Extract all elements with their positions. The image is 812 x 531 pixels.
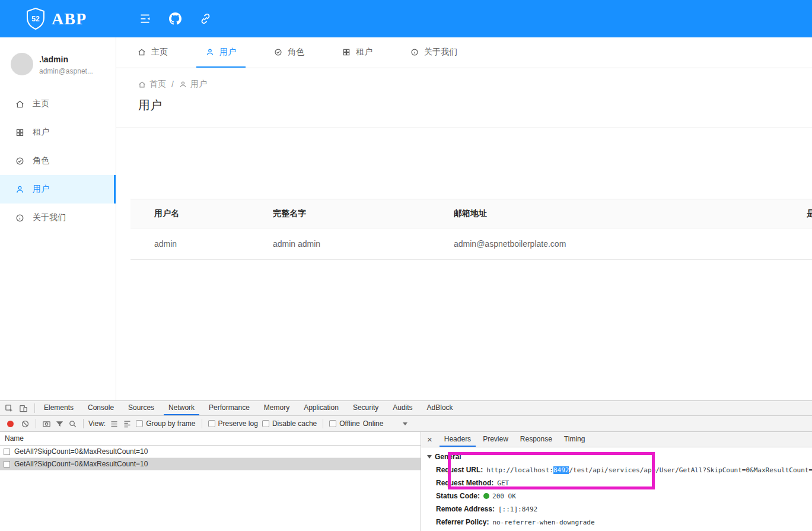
breadcrumb-home[interactable]: 首页 xyxy=(138,79,166,90)
network-toolbar: View: Group by frame Preserve log Disabl… xyxy=(0,416,812,432)
offline-label: Offline xyxy=(339,419,359,428)
devtools-tab-audits[interactable]: Audits xyxy=(388,401,417,415)
request-detail-pane: Headers Preview Response Timing General … xyxy=(421,432,812,531)
preserve-log-checkbox[interactable] xyxy=(208,420,215,427)
info-icon xyxy=(410,48,419,56)
request-url-pre: http://localhost: xyxy=(486,466,553,474)
remote-address-label: Remote Address: xyxy=(436,505,495,513)
chevron-down-icon[interactable] xyxy=(403,422,407,425)
request-url-selected-text: 8492 xyxy=(553,466,569,474)
offline-checkbox[interactable] xyxy=(329,420,336,427)
preserve-log-label: Preserve log xyxy=(218,419,258,428)
device-toolbar-icon[interactable] xyxy=(19,404,28,413)
group-by-frame-checkbox[interactable] xyxy=(136,420,143,427)
network-request-list: Name GetAll?SkipCount=0&MaxResultCount=1… xyxy=(0,432,421,531)
status-code-label: Status Code: xyxy=(436,492,480,500)
logo-text: ABP xyxy=(52,9,87,28)
devtools-tab-performance[interactable]: Performance xyxy=(204,401,254,415)
request-row[interactable]: GetAll?SkipCount=0&MaxResultCount=10 xyxy=(0,446,421,458)
column-header-fullname: 完整名字 xyxy=(273,208,454,219)
view-overview-icon[interactable] xyxy=(123,419,132,428)
user-email: admin@aspnet... xyxy=(39,67,93,75)
request-url-label: Request URL: xyxy=(436,466,483,474)
tab-about[interactable]: 关于我们 xyxy=(401,37,467,68)
detail-tab-response[interactable]: Response xyxy=(515,432,557,447)
tab-label: 主页 xyxy=(151,47,168,58)
detail-tab-timing[interactable]: Timing xyxy=(559,432,590,447)
devtools-tab-console[interactable]: Console xyxy=(83,401,119,415)
cell-username: admin xyxy=(154,239,273,249)
sidebar-item-about[interactable]: 关于我们 xyxy=(0,204,116,232)
inspect-element-icon[interactable] xyxy=(5,404,14,413)
menu-fold-icon[interactable] xyxy=(139,12,151,25)
disclosure-triangle-icon xyxy=(427,455,432,459)
avatar xyxy=(11,53,33,75)
divider xyxy=(34,403,35,413)
clear-icon[interactable] xyxy=(21,419,30,428)
sidebar-item-label: 用户 xyxy=(33,184,49,195)
request-row-selected[interactable]: GetAll?SkipCount=0&MaxResultCount=10 xyxy=(0,458,421,470)
devtools-panel: Elements Console Sources Network Perform… xyxy=(0,400,812,531)
headers-detail: General Request URL: http://localhost:84… xyxy=(421,447,812,529)
referrer-policy-value: no-referrer-when-downgrade xyxy=(492,519,594,526)
disable-cache-label: Disable cache xyxy=(272,419,317,428)
tab-tenants[interactable]: 租户 xyxy=(333,37,382,68)
close-icon[interactable] xyxy=(421,432,438,447)
tab-users[interactable]: 用户 xyxy=(196,37,246,68)
table-row: admin admin admin admin@aspnetboilerplat… xyxy=(130,228,812,260)
roles-safety-icon xyxy=(274,48,282,56)
tenants-grid-icon xyxy=(15,128,24,137)
github-icon[interactable] xyxy=(169,12,181,25)
link-icon[interactable] xyxy=(199,12,212,25)
detail-tab-headers[interactable]: Headers xyxy=(440,432,476,447)
roles-safety-icon xyxy=(15,157,24,166)
general-section-header[interactable]: General xyxy=(427,450,812,463)
group-by-frame-label: Group by frame xyxy=(146,419,195,428)
sidebar-item-label: 关于我们 xyxy=(33,212,66,223)
cell-email: admin@aspnetboilerplate.com xyxy=(454,239,807,249)
devtools-tab-network[interactable]: Network xyxy=(164,401,199,415)
sidebar-item-tenants[interactable]: 租户 xyxy=(0,118,116,147)
breadcrumb-current-label: 用户 xyxy=(190,79,207,90)
name-column-header[interactable]: Name xyxy=(0,432,421,446)
devtools-tab-adblock[interactable]: AdBlock xyxy=(422,401,458,415)
view-large-rows-icon[interactable] xyxy=(110,419,119,428)
tab-home[interactable]: 主页 xyxy=(128,37,177,68)
sidebar-item-label: 主页 xyxy=(33,98,49,109)
throttling-select[interactable]: Online xyxy=(363,419,384,428)
sidebar-item-roles[interactable]: 角色 xyxy=(0,147,116,175)
divider xyxy=(323,419,323,428)
search-icon[interactable] xyxy=(68,419,77,428)
devtools-tab-elements[interactable]: Elements xyxy=(39,401,78,415)
disable-cache-checkbox[interactable] xyxy=(262,420,269,427)
request-name: GetAll?SkipCount=0&MaxResultCount=10 xyxy=(14,460,148,468)
user-name: .\admin xyxy=(39,53,93,64)
divider xyxy=(83,419,84,428)
referrer-policy-label: Referrer Policy: xyxy=(436,518,489,526)
user-icon xyxy=(179,81,187,88)
sidebar-item-home[interactable]: 主页 xyxy=(0,90,116,118)
devtools-tab-memory[interactable]: Memory xyxy=(259,401,294,415)
devtools-tab-sources[interactable]: Sources xyxy=(123,401,159,415)
referrer-policy-field: Referrer Policy: no-referrer-when-downgr… xyxy=(436,516,812,529)
request-url-field: Request URL: http://localhost:8492/test/… xyxy=(436,463,812,476)
users-card: 用户名 完整名字 邮箱地址 是 admin admin admin admin@… xyxy=(130,142,812,320)
request-method-field: Request Method: GET xyxy=(436,476,812,489)
top-nav-tabs: 主页 用户 角色 租户 关于我们 xyxy=(116,37,812,68)
sidebar-item-users[interactable]: 用户 xyxy=(0,175,116,204)
remote-address-field: Remote Address: [::1]:8492 xyxy=(436,503,812,516)
users-table: 用户名 完整名字 邮箱地址 是 admin admin admin admin@… xyxy=(130,199,812,260)
cell-fullname: admin admin xyxy=(273,239,454,249)
remote-address-value: [::1]:8492 xyxy=(498,505,537,513)
record-button[interactable] xyxy=(7,421,14,427)
tab-label: 用户 xyxy=(219,47,236,58)
app-logo: 52 ABP xyxy=(24,7,87,31)
devtools-tab-security[interactable]: Security xyxy=(348,401,383,415)
screenshot-capture-icon[interactable] xyxy=(42,419,51,428)
home-icon xyxy=(138,48,146,56)
detail-tab-preview[interactable]: Preview xyxy=(478,432,513,447)
general-section-title: General xyxy=(435,453,461,461)
devtools-tab-application[interactable]: Application xyxy=(299,401,343,415)
tab-roles[interactable]: 角色 xyxy=(265,37,314,68)
filter-icon[interactable] xyxy=(55,419,64,428)
